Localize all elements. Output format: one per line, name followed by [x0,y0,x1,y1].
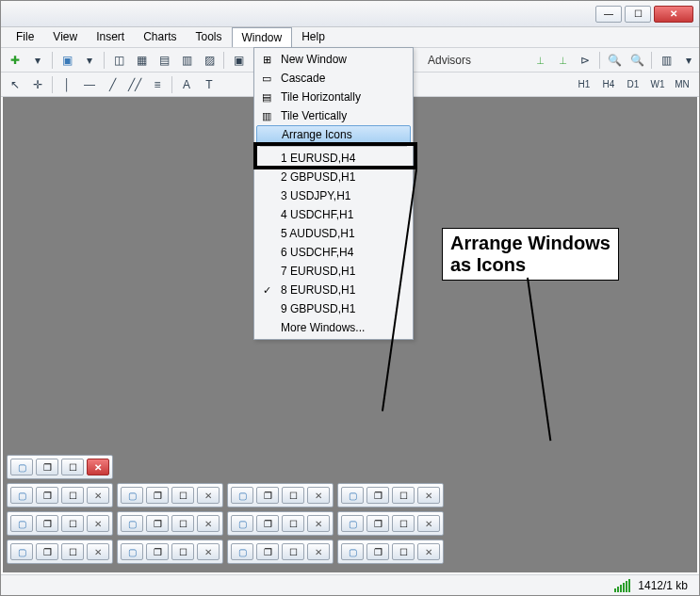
chart-icon[interactable]: ▢ [121,487,143,504]
maximize-icon[interactable]: ☐ [171,515,194,532]
menuitem-cascade[interactable]: ▭Cascade [256,69,411,88]
close-icon[interactable]: ✕ [197,543,220,560]
close-icon[interactable]: ✕ [197,487,220,504]
zoom-out-icon[interactable]: 🔍 [627,51,647,70]
close-icon[interactable]: ✕ [87,543,109,560]
timeframe-h1-button[interactable]: H1 [573,75,595,94]
maximize-icon[interactable]: ☐ [392,515,415,532]
indicator-icon[interactable]: ⟂ [529,51,550,70]
close-icon[interactable]: ✕ [307,515,330,532]
template-icon[interactable]: ▥ [656,51,676,70]
strategy-icon[interactable]: ▨ [199,51,220,70]
chart-icon[interactable]: ▢ [121,543,143,560]
restore-icon[interactable]: ❐ [36,515,58,532]
terminal-icon[interactable]: ▥ [176,51,197,70]
close-icon[interactable]: ✕ [417,543,440,560]
restore-icon[interactable]: ❐ [36,459,58,475]
menuitem-window[interactable]: 7 EURUSD,H1 [256,262,411,281]
chart-icon[interactable]: ▢ [121,515,143,532]
restore-icon[interactable]: ❐ [36,543,58,560]
chart-icon[interactable]: ▢ [10,459,33,475]
timeframe-w1-button[interactable]: W1 [646,75,669,94]
minimized-chart-window[interactable]: ▢❐☐✕ [7,455,113,479]
zoom-in-icon[interactable]: 🔍 [604,51,625,70]
minimized-chart-window[interactable]: ▢❐☐✕ [117,483,223,507]
chart-icon[interactable]: ▢ [231,543,253,560]
chart-icon[interactable]: ▢ [341,487,364,504]
timeframe-h4-button[interactable]: H4 [597,75,620,94]
menuitem-window[interactable]: More Windows... [256,318,411,337]
window-close-button[interactable]: ✕ [654,6,693,23]
menuitem-window[interactable]: 3 USDJPY,H1 [256,186,411,205]
new-order-icon[interactable]: ▣ [228,51,249,70]
minimized-chart-window[interactable]: ▢❐☐✕ [7,540,113,564]
menuitem-window[interactable]: 4 USDCHF,H1 [256,205,411,224]
maximize-icon[interactable]: ☐ [392,543,415,560]
close-icon[interactable]: ✕ [87,487,109,504]
menuitem-window[interactable]: 2 GBPUSD,H1 [256,168,411,186]
periodicity-icon[interactable]: ⊳ [575,51,595,70]
chart-icon[interactable]: ▢ [341,515,364,532]
cursor-icon[interactable]: ↖ [5,75,25,94]
profiles-icon[interactable]: ▣ [57,51,77,70]
minimized-chart-window[interactable]: ▢❐☐✕ [227,511,334,536]
indicator-icon[interactable]: ⟂ [552,51,573,70]
fibonacci-icon[interactable]: ≡ [147,75,168,94]
navigator-icon[interactable]: ▤ [154,51,174,70]
chart-icon[interactable]: ▢ [10,487,33,504]
channel-icon[interactable]: ╱╱ [124,75,145,94]
maximize-icon[interactable]: ☐ [61,487,84,504]
restore-icon[interactable]: ❐ [36,487,58,504]
new-chart-icon[interactable]: ✚ [5,51,25,70]
restore-icon[interactable]: ❐ [256,543,279,560]
minimized-chart-window[interactable]: ▢❐☐✕ [7,483,113,507]
restore-icon[interactable]: ❐ [146,487,169,504]
menu-tools[interactable]: Tools [187,27,232,47]
maximize-icon[interactable]: ☐ [282,543,304,560]
menuitem-arrange-icons[interactable]: Arrange Icons [256,125,411,144]
maximize-icon[interactable]: ☐ [171,487,194,504]
minimized-chart-window[interactable]: ▢❐☐✕ [227,540,334,564]
chart-icon[interactable]: ▢ [341,543,364,560]
minimized-chart-window[interactable]: ▢❐☐✕ [117,511,223,536]
vertical-line-icon[interactable]: │ [57,75,77,94]
restore-icon[interactable]: ❐ [366,543,389,560]
menuitem-new-window[interactable]: ⊞New Window [256,50,411,69]
menuitem-window[interactable]: ✓8 EURUSD,H1 [256,281,411,299]
timeframe-mn-button[interactable]: MN [671,75,693,94]
restore-icon[interactable]: ❐ [146,543,169,560]
chart-icon[interactable]: ▢ [10,543,33,560]
text-label-icon[interactable]: T [199,75,220,94]
menuitem-tile-vertically[interactable]: ▥Tile Vertically [256,106,411,125]
window-minimize-button[interactable]: — [595,6,622,23]
close-icon[interactable]: ✕ [417,515,440,532]
close-icon[interactable]: ✕ [307,487,330,504]
menuitem-tile-horizontally[interactable]: ▤Tile Horizontally [256,88,411,106]
maximize-icon[interactable]: ☐ [171,543,194,560]
chart-icon[interactable]: ▢ [231,515,253,532]
close-icon[interactable]: ✕ [197,515,220,532]
restore-icon[interactable]: ❐ [256,515,279,532]
close-icon[interactable]: ✕ [307,543,330,560]
maximize-icon[interactable]: ☐ [61,543,84,560]
menu-charts[interactable]: Charts [134,27,186,47]
data-window-icon[interactable]: ▦ [131,51,152,70]
restore-icon[interactable]: ❐ [366,487,389,504]
crosshair-icon[interactable]: ✛ [27,75,48,94]
menu-insert[interactable]: Insert [87,27,134,47]
minimized-chart-window[interactable]: ▢❐☐✕ [7,511,113,536]
maximize-icon[interactable]: ☐ [392,487,415,504]
maximize-icon[interactable]: ☐ [61,515,84,532]
close-icon[interactable]: ✕ [417,487,440,504]
close-icon[interactable]: ✕ [87,459,109,475]
restore-icon[interactable]: ❐ [146,515,169,532]
horizontal-line-icon[interactable]: — [79,75,100,94]
market-watch-icon[interactable]: ◫ [108,51,129,70]
restore-icon[interactable]: ❐ [256,487,279,504]
text-icon[interactable]: A [176,75,197,94]
menuitem-window[interactable]: 5 AUDUSD,H1 [256,224,411,243]
maximize-icon[interactable]: ☐ [282,515,304,532]
maximize-icon[interactable]: ☐ [282,487,304,504]
menu-help[interactable]: Help [292,27,334,47]
window-maximize-button[interactable]: ☐ [625,6,651,23]
